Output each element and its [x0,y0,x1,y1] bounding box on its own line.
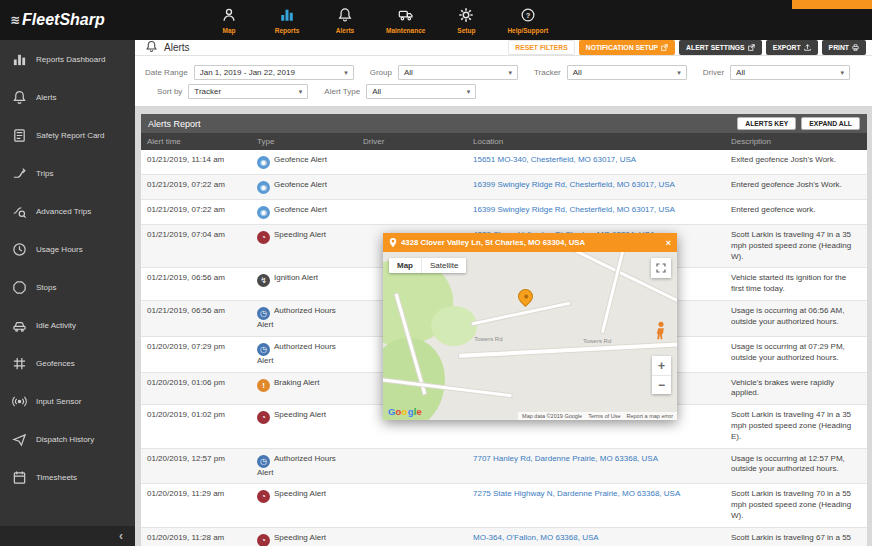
close-icon[interactable] [666,238,671,248]
alerts-key-button[interactable]: ALERTS KEY [737,117,796,130]
nav-item-map[interactable]: Map [212,7,246,34]
sidebar-item-label: Advanced Trips [36,207,91,216]
chevron-down-icon [338,68,348,77]
app-window: ≋ FleetSharp Map Reports Alerts Maintena… [0,0,872,546]
col-alert-time: Alert time [141,133,251,150]
alert-time-cell: 01/20/2019, 11:28 am [141,527,251,546]
sidebar-item-stops[interactable]: Stops [0,268,135,306]
pegman-icon[interactable] [653,321,669,341]
sidebar: Reports Dashboard Alerts Safety Report C… [0,40,135,546]
sidebar-item-reports-dashboard[interactable]: Reports Dashboard [0,40,135,78]
location-cell: MO-364, O'Fallon, MO 63368, USA [467,527,725,546]
map-popup: 4328 Clover Valley Ln, St Charles, MO 63… [383,233,677,420]
nav-item-setup[interactable]: Setup [449,7,483,34]
alerts-bell-icon [145,40,158,55]
nav-item-alerts[interactable]: Alerts [328,7,362,34]
sidebar-item-safety-report-card[interactable]: Safety Report Card [0,116,135,154]
report-title: Alerts Report [148,119,201,129]
notification-setup-button[interactable]: NOTIFICATION SETUP [579,40,675,55]
location-link[interactable]: 7707 Hanley Rd, Dardenne Prairie, MO 633… [473,454,658,463]
alert-settings-button[interactable]: ALERT SETTINGS [679,40,762,55]
sidebar-collapse-button[interactable] [0,526,135,546]
alert-type-cell: Authorized Hours Alert [251,300,357,336]
alert-type-select[interactable]: All [366,84,476,99]
alert-type-cell: Speeding Alert [251,527,357,546]
driver-cell [357,484,467,527]
report-map-error-link[interactable]: Report a map error [627,413,673,419]
alert-time-cell: 01/21/2019, 07:04 am [141,225,251,268]
reset-filters-button[interactable]: RESET FILTERS [508,40,574,55]
sidebar-item-label: Stops [36,283,56,292]
nav-item-reports[interactable]: Reports [270,7,304,34]
page-header: Alerts RESET FILTERS NOTIFICATION SETUP … [135,40,872,56]
filters-panel: Date Range Jan 1, 2019 - Jan 22, 2019 Gr… [135,56,872,107]
driver-select[interactable]: All [730,65,850,80]
location-link[interactable]: MO-364, O'Fallon, MO 63368, USA [473,533,599,542]
brand-logo[interactable]: ≋ FleetSharp [0,11,150,29]
sidebar-item-alerts[interactable]: Alerts [0,78,135,116]
description-cell: Usage is occurring at 12:57 PM, outside … [725,448,867,484]
nav-item-help[interactable]: ? Help/Support [507,7,548,34]
map-person-icon [221,7,237,25]
satellite-tab[interactable]: Satellite [422,258,466,273]
alert-time-cell: 01/20/2019, 01:02 pm [141,405,251,448]
description-cell: Scott Larkin is traveling 67 in a 55 mph… [725,527,867,546]
location-link[interactable]: 16399 Swingley Ridge Rd, Chesterfield, M… [473,180,675,189]
sidebar-item-idle-activity[interactable]: Idle Activity [0,306,135,344]
zoom-out-button[interactable]: − [652,375,671,394]
bell-icon [12,90,27,105]
map-canvas[interactable]: Towers Rd Towers Rd Map Satellite + − Go… [383,252,677,420]
page-actions: RESET FILTERS NOTIFICATION SETUP ALERT S… [508,40,866,55]
chevron-down-icon [502,68,512,77]
sort-by-select[interactable]: Tracker [188,84,308,99]
location-cell: 7275 State Highway N, Dardenne Prairie, … [467,484,725,527]
date-range-select[interactable]: Jan 1, 2019 - Jan 22, 2019 [194,65,354,80]
print-button[interactable]: PRINT [822,40,866,55]
sidebar-item-input-sensor[interactable]: Input Sensor [0,382,135,420]
alert-type-icon [257,231,270,244]
col-location: Location [467,133,725,150]
group-select[interactable]: All [398,65,518,80]
bar-chart-icon [279,7,295,25]
driver-filter: Driver All [703,65,850,80]
alert-time-cell: 01/21/2019, 06:56 am [141,268,251,301]
sidebar-item-geofences[interactable]: Geofences [0,344,135,382]
chevron-down-icon [461,87,471,96]
brand-logo-icon: ≋ [10,13,18,27]
tracker-filter: Tracker All [534,65,687,80]
sidebar-item-timesheets[interactable]: Timesheets [0,458,135,496]
map-marker-icon[interactable] [515,286,536,307]
sidebar-item-usage-hours[interactable]: Usage Hours [0,230,135,268]
route-icon [12,166,27,181]
location-link[interactable]: 16399 Swingley Ridge Rd, Chesterfield, M… [473,205,675,214]
nav-item-maintenance[interactable]: Maintenance [386,7,425,34]
route-search-icon [12,204,27,219]
alert-type-cell: Geofence Alert [251,150,357,175]
truck-icon [398,7,414,25]
sort-by-label: Sort by [157,87,182,96]
fullscreen-button[interactable] [651,258,671,278]
sidebar-item-dispatch-history[interactable]: Dispatch History [0,420,135,458]
export-button[interactable]: EXPORT [766,40,818,55]
terms-of-use-link[interactable]: Terms of Use [588,413,620,419]
location-link[interactable]: 15651 MO-340, Chesterfield, MO 63017, US… [473,155,636,164]
location-cell: 16399 Swingley Ridge Rd, Chesterfield, M… [467,175,725,200]
topbar-cutoff-button[interactable] [792,0,872,9]
sidebar-item-advanced-trips[interactable]: Advanced Trips [0,192,135,230]
sidebar-item-label: Geofences [36,359,75,368]
alert-type-icon [257,411,270,424]
printer-icon [852,44,859,51]
sidebar-item-label: Reports Dashboard [36,55,105,64]
zoom-control: + − [652,356,671,394]
expand-all-button[interactable]: EXPAND ALL [801,117,860,130]
sidebar-item-trips[interactable]: Trips [0,154,135,192]
description-cell: Vehicle started its ignition for the fir… [725,268,867,301]
zoom-in-button[interactable]: + [652,356,671,375]
alert-type-icon [257,490,270,503]
map-park-area [431,306,477,346]
report-header-bar: Alerts Report ALERTS KEY EXPAND ALL [141,114,867,133]
location-link[interactable]: 7275 State Highway N, Dardenne Prairie, … [473,489,680,498]
sidebar-item-label: Trips [36,169,53,178]
tracker-select[interactable]: All [567,65,687,80]
map-tab[interactable]: Map [389,258,422,273]
